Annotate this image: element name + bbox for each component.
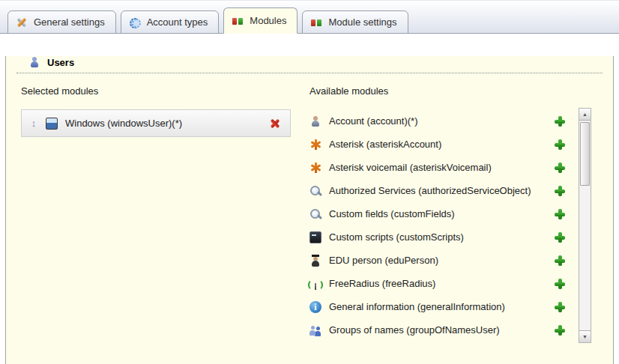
tab-modules[interactable]: Modules xyxy=(223,7,298,34)
available-module-label: Custom fields (customFields) xyxy=(329,208,455,219)
available-module-label: EDU person (eduPerson) xyxy=(329,255,438,266)
tab-bar: General settings Account types Modules M… xyxy=(0,0,619,34)
available-modules-wrap: Account (account)(*) Asterisk (asteriskA… xyxy=(310,109,593,342)
edu-icon xyxy=(310,255,321,267)
available-modules-list: Account (account)(*) Asterisk (asteriskA… xyxy=(310,109,566,342)
available-modules-heading: Available modules xyxy=(310,85,593,97)
selected-modules-list: Windows (windowsUser)(*) xyxy=(21,109,291,137)
selected-modules-heading: Selected modules xyxy=(21,85,291,97)
tab-label: Modules xyxy=(250,15,286,26)
add-module-button[interactable] xyxy=(554,255,566,267)
columns: Selected modules Windows (windowsUser)(*… xyxy=(6,73,613,342)
modules-icon xyxy=(232,15,244,27)
add-module-button[interactable] xyxy=(554,115,566,127)
add-module-button[interactable] xyxy=(554,301,566,313)
section-header: Users xyxy=(28,56,613,68)
available-modules-column: Available modules Account (account)(*) A… xyxy=(310,85,593,342)
tab-module-settings[interactable]: Module settings xyxy=(302,10,408,34)
add-module-button[interactable] xyxy=(554,324,566,336)
scrollbar-thumb[interactable] xyxy=(580,122,590,186)
selected-module-label: Windows (windowsUser)(*) xyxy=(65,118,182,129)
scroll-up-button[interactable] xyxy=(579,109,591,121)
users-icon xyxy=(28,56,40,68)
add-module-button[interactable] xyxy=(554,231,566,243)
asterisk-icon xyxy=(310,162,321,174)
add-module-button[interactable] xyxy=(554,278,566,290)
available-module-row: Groups of names (groupOfNamesUser) xyxy=(310,318,566,342)
available-module-row: Asterisk (asteriskAccount) xyxy=(310,133,566,156)
magnifier-icon xyxy=(310,185,321,197)
add-module-button[interactable] xyxy=(554,185,566,197)
modules-icon xyxy=(310,16,322,28)
available-module-label: Asterisk (asteriskAccount) xyxy=(329,139,441,150)
asterisk-icon xyxy=(310,139,321,151)
group-icon xyxy=(310,324,321,336)
info-icon xyxy=(310,301,321,313)
tab-label: General settings xyxy=(34,16,105,28)
lam-configuration-window: General settings Account types Modules M… xyxy=(0,0,619,364)
available-module-row: Account (account)(*) xyxy=(310,109,566,133)
available-module-row: Custom scripts (customScripts) xyxy=(310,225,566,249)
available-module-row: Authorized Services (authorizedServiceOb… xyxy=(310,179,566,202)
terminal-icon xyxy=(310,231,321,243)
available-module-label: General information (generalInformation) xyxy=(329,301,505,312)
available-module-label: Authorized Services (authorizedServiceOb… xyxy=(329,185,531,196)
available-module-label: Custom scripts (customScripts) xyxy=(329,231,464,243)
tab-general-settings[interactable]: General settings xyxy=(7,10,116,34)
modules-panel: Users Selected modules Windows (windowsU… xyxy=(5,56,614,364)
selected-modules-column: Selected modules Windows (windowsUser)(*… xyxy=(21,85,291,342)
scrollbar[interactable] xyxy=(579,108,591,343)
tools-icon xyxy=(16,16,28,28)
add-module-button[interactable] xyxy=(554,208,566,220)
antenna-icon xyxy=(310,278,321,290)
add-module-button[interactable] xyxy=(554,139,566,151)
available-module-label: Asterisk voicemail (asteriskVoicemail) xyxy=(329,162,492,173)
available-module-row: Asterisk voicemail (asteriskVoicemail) xyxy=(310,156,566,179)
magnifier-icon xyxy=(310,208,321,220)
account-icon xyxy=(310,115,321,127)
selected-module-row[interactable]: Windows (windowsUser)(*) xyxy=(21,109,291,137)
tab-label: Module settings xyxy=(328,16,396,28)
windows-icon xyxy=(46,118,58,130)
available-module-label: Groups of names (groupOfNamesUser) xyxy=(329,324,500,336)
available-module-label: FreeRadius (freeRadius) xyxy=(329,278,435,289)
scroll-down-button[interactable] xyxy=(579,330,591,342)
available-module-label: Account (account)(*) xyxy=(329,115,418,127)
gears-icon xyxy=(129,16,141,28)
add-module-button[interactable] xyxy=(554,162,566,174)
available-module-row: General information (generalInformation) xyxy=(310,295,566,318)
available-module-row: FreeRadius (freeRadius) xyxy=(310,272,566,295)
available-module-row: Custom fields (customFields) xyxy=(310,202,566,225)
remove-module-button[interactable] xyxy=(269,118,281,130)
drag-handle-icon[interactable] xyxy=(29,118,38,129)
section-title: Users xyxy=(47,57,74,68)
tab-label: Account types xyxy=(147,16,208,28)
tab-account-types[interactable]: Account types xyxy=(121,10,220,34)
available-module-row: EDU person (eduPerson) xyxy=(310,249,566,272)
